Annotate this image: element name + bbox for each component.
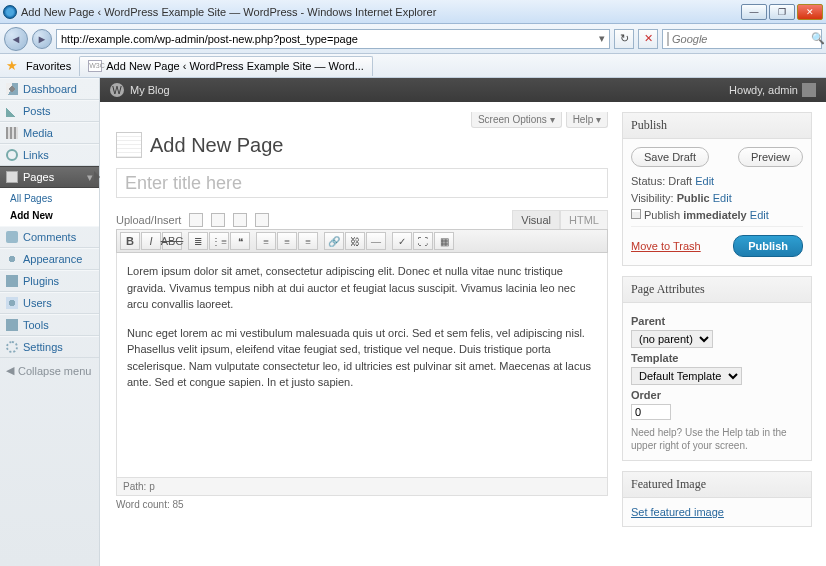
plugin-icon	[6, 275, 18, 287]
align-right-button[interactable]: ≡	[298, 232, 318, 250]
browser-tab[interactable]: W3C Add New Page ‹ WordPress Example Sit…	[79, 56, 373, 76]
html-tab[interactable]: HTML	[560, 210, 608, 229]
publish-box-title: Publish	[623, 113, 811, 139]
page-icon	[6, 171, 18, 183]
editor-paragraph: Lorem ipsum dolor sit amet, consectetur …	[127, 263, 597, 313]
forward-button[interactable]: ►	[32, 29, 52, 49]
google-icon	[667, 32, 669, 46]
page-heading-icon	[116, 132, 142, 158]
parent-select[interactable]: (no parent)	[631, 330, 713, 348]
media-icon	[6, 127, 18, 139]
sidebar-item-media[interactable]: Media	[0, 122, 99, 144]
appearance-icon	[6, 253, 18, 265]
more-button[interactable]: —	[366, 232, 386, 250]
howdy-text[interactable]: Howdy, admin	[729, 84, 798, 96]
add-video-icon[interactable]	[211, 213, 225, 227]
edit-visibility-link[interactable]: Edit	[713, 192, 732, 204]
window-titlebar: Add New Page ‹ WordPress Example Site — …	[0, 0, 826, 24]
sidebar-item-links[interactable]: Links	[0, 144, 99, 166]
bold-button[interactable]: B	[120, 232, 140, 250]
comment-icon	[6, 231, 18, 243]
sidebar-item-comments[interactable]: Comments	[0, 226, 99, 248]
strike-button[interactable]: ABC	[162, 232, 182, 250]
italic-button[interactable]: I	[141, 232, 161, 250]
align-left-button[interactable]: ≡	[256, 232, 276, 250]
page-attributes-box: Page Attributes Parent (no parent) Templ…	[622, 276, 812, 461]
dashboard-icon	[6, 83, 18, 95]
avatar-icon[interactable]	[802, 83, 816, 97]
close-button[interactable]: ✕	[797, 4, 823, 20]
sidebar-item-plugins[interactable]: Plugins	[0, 270, 99, 292]
fullscreen-button[interactable]: ⛶	[413, 232, 433, 250]
parent-label: Parent	[631, 315, 803, 327]
search-box[interactable]: 🔍	[662, 29, 822, 49]
link-button[interactable]: 🔗	[324, 232, 344, 250]
template-label: Template	[631, 352, 803, 364]
link-icon	[6, 149, 18, 161]
window-title: Add New Page ‹ WordPress Example Site — …	[21, 6, 741, 18]
site-name[interactable]: My Blog	[130, 84, 170, 96]
order-label: Order	[631, 389, 803, 401]
tools-icon	[6, 319, 18, 331]
edit-status-link[interactable]: Edit	[695, 175, 714, 187]
favorites-bar: ★ Favorites W3C Add New Page ‹ WordPress…	[0, 54, 826, 78]
sidebar-item-users[interactable]: Users	[0, 292, 99, 314]
stop-button[interactable]: ✕	[638, 29, 658, 49]
align-center-button[interactable]: ≡	[277, 232, 297, 250]
visual-tab[interactable]: Visual	[512, 210, 560, 229]
url-dropdown-icon[interactable]: ▾	[599, 32, 605, 45]
wordpress-logo-icon[interactable]: W	[110, 83, 124, 97]
minimize-button[interactable]: —	[741, 4, 767, 20]
star-icon[interactable]: ★	[6, 58, 18, 73]
sidebar-item-settings[interactable]: Settings	[0, 336, 99, 358]
move-to-trash-link[interactable]: Move to Trash	[631, 240, 701, 252]
bullet-list-button[interactable]: ≣	[188, 232, 208, 250]
sidebar-item-appearance[interactable]: Appearance	[0, 248, 99, 270]
number-list-button[interactable]: ⋮≡	[209, 232, 229, 250]
users-icon	[6, 297, 18, 309]
featured-image-title: Featured Image	[623, 472, 811, 498]
kitchensink-button[interactable]: ▦	[434, 232, 454, 250]
content-editor[interactable]: Lorem ipsum dolor sit amet, consectetur …	[116, 253, 608, 478]
set-featured-image-link[interactable]: Set featured image	[631, 506, 724, 518]
url-input[interactable]	[61, 33, 595, 45]
save-draft-button[interactable]: Save Draft	[631, 147, 709, 167]
submenu-add-new[interactable]: Add New	[0, 207, 99, 224]
sidebar-item-dashboard[interactable]: Dashboard	[0, 78, 99, 100]
help-tab[interactable]: Help ▾	[566, 112, 608, 128]
address-bar[interactable]: ▾	[56, 29, 610, 49]
gear-icon	[6, 341, 18, 353]
attributes-help-text: Need help? Use the Help tab in the upper…	[631, 426, 803, 452]
collapse-menu[interactable]: ◀Collapse menu	[0, 358, 99, 383]
back-button[interactable]: ◄	[4, 27, 28, 51]
maximize-button[interactable]: ❐	[769, 4, 795, 20]
sidebar-item-tools[interactable]: Tools	[0, 314, 99, 336]
order-input[interactable]	[631, 404, 671, 420]
spellcheck-button[interactable]: ✓	[392, 232, 412, 250]
unlink-button[interactable]: ⛓	[345, 232, 365, 250]
template-select[interactable]: Default Template	[631, 367, 742, 385]
browser-navbar: ◄ ► ▾ ↻ ✕ 🔍	[0, 24, 826, 54]
refresh-button[interactable]: ↻	[614, 29, 634, 49]
sidebar-item-pages[interactable]: Pages▾	[0, 166, 99, 188]
upload-label: Upload/Insert	[116, 214, 181, 226]
chevron-down-icon: ▾	[87, 171, 93, 184]
publish-button[interactable]: Publish	[733, 235, 803, 257]
screen-options-tab[interactable]: Screen Options ▾	[471, 112, 562, 128]
publish-box: Publish Save Draft Preview Status: Draft…	[622, 112, 812, 266]
favorites-label[interactable]: Favorites	[26, 60, 71, 72]
search-input[interactable]	[672, 33, 811, 45]
add-audio-icon[interactable]	[233, 213, 247, 227]
editor-path: Path: p	[116, 478, 608, 496]
edit-schedule-link[interactable]: Edit	[750, 209, 769, 221]
blockquote-button[interactable]: ❝	[230, 232, 250, 250]
title-input[interactable]	[116, 168, 608, 198]
add-image-icon[interactable]	[189, 213, 203, 227]
sidebar-item-posts[interactable]: Posts	[0, 100, 99, 122]
ie-icon	[3, 5, 17, 19]
add-media-icon[interactable]	[255, 213, 269, 227]
search-icon[interactable]: 🔍	[811, 32, 825, 45]
preview-button[interactable]: Preview	[738, 147, 803, 167]
submenu-all-pages[interactable]: All Pages	[0, 190, 99, 207]
editor-paragraph: Nunc eget lorem ac mi vestibulum malesua…	[127, 325, 597, 391]
